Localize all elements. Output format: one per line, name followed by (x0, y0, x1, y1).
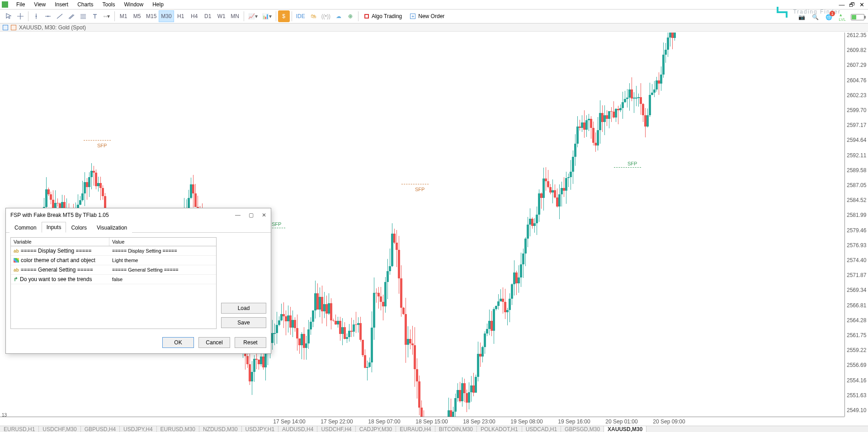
chart-tab-active[interactable]: XAUUSD,M30 (604, 426, 646, 432)
tab-inputs[interactable]: Inputs (42, 222, 66, 233)
col-value: Value (109, 238, 216, 246)
stop-icon (364, 14, 369, 19)
menu-file[interactable]: File (12, 1, 29, 8)
var-value[interactable]: false (109, 275, 216, 284)
reset-button[interactable]: Reset (235, 337, 266, 348)
vertical-line-icon[interactable] (30, 10, 42, 22)
menu-window[interactable]: Window (120, 1, 148, 8)
timeframe-mn[interactable]: MN (228, 10, 242, 22)
vps-icon[interactable]: ⊕ (344, 10, 356, 22)
timeframe-m1[interactable]: M1 (117, 10, 130, 22)
notifications-icon[interactable]: 🌐 (824, 12, 834, 22)
origin-label: 13 (2, 413, 7, 418)
inputs-grid[interactable]: Variable Value ab===== Display Setting =… (10, 237, 217, 329)
main-toolbar: ◦◦▾ M1 M5 M15 M30 H1 H4 D1 W1 MN 📈▾ 📊▾ $… (0, 9, 868, 23)
market-icon[interactable]: 🛍 (307, 10, 319, 22)
trendline-icon[interactable] (54, 10, 66, 22)
time-tick: 19 Sep 16:00 (558, 418, 590, 425)
chart-tab[interactable]: EURAUD,H4 (396, 426, 435, 432)
chart-tab[interactable]: GBPUSD,H4 (81, 426, 120, 432)
horizontal-line-icon[interactable] (42, 10, 54, 22)
text-icon[interactable] (89, 10, 101, 22)
signal-icon[interactable]: ((•)) (319, 10, 333, 22)
price-axis: 2612.352609.822607.292604.762602.232599.… (844, 33, 868, 417)
dialog-maximize-icon[interactable]: ▢ (249, 212, 254, 218)
var-value[interactable]: ===== Display Setting ===== (109, 246, 216, 255)
time-tick: 19 Sep 08:00 (510, 418, 542, 425)
dialog-title: FSP with Fake Break MT5 By TFlab 1.05 (10, 212, 109, 218)
tab-visualization[interactable]: Visualization (92, 222, 132, 233)
window-maximize-icon[interactable]: 🗗 (847, 1, 856, 8)
cancel-button[interactable]: Cancel (198, 337, 230, 348)
input-row[interactable]: color theme of chart and objectLight the… (11, 256, 216, 265)
dialog-minimize-icon[interactable]: — (235, 212, 241, 218)
timeframe-m30[interactable]: M30 (159, 10, 174, 22)
fibonacci-icon[interactable] (77, 10, 89, 22)
menu-insert[interactable]: Insert (50, 1, 73, 8)
chart-tab[interactable]: USDJPY,H1 (242, 426, 278, 432)
chart-tab[interactable]: POLKADOT,H1 (477, 426, 522, 432)
var-value[interactable]: Light theme (109, 256, 216, 265)
menu-tools[interactable]: Tools (98, 1, 120, 8)
menu-help[interactable]: Help (148, 1, 168, 8)
objects-icon[interactable]: ◦◦▾ (101, 10, 113, 22)
menu-view[interactable]: View (29, 1, 50, 8)
screenshot-icon[interactable]: 📷 (797, 12, 807, 22)
chart-tab[interactable]: GBPSGD,M30 (561, 426, 604, 432)
input-row[interactable]: ab===== Display Setting ========== Displ… (11, 246, 216, 256)
chart-tab[interactable]: EURUSD,H1 (0, 426, 39, 432)
chart-tab[interactable]: NZDUSD,M30 (199, 426, 242, 432)
dialog-close-icon[interactable]: ✕ (262, 212, 266, 218)
bool-icon: ↱ (14, 276, 18, 282)
chart-tab[interactable]: USDCHF,M30 (39, 426, 80, 432)
equidistant-icon[interactable] (66, 10, 77, 22)
timeframe-m5[interactable]: M5 (130, 10, 144, 22)
string-icon: ab (14, 249, 19, 254)
input-row[interactable]: ↱Do you want to see the trendsfalse (11, 275, 216, 284)
chart-tab[interactable]: USDCHF,H4 (317, 426, 355, 432)
price-tick: 2564.28 (847, 317, 866, 324)
dollar-icon[interactable]: $ (278, 10, 290, 22)
var-name: ===== General Setting ===== (21, 267, 93, 273)
save-button[interactable]: Save (221, 317, 266, 328)
level-icon[interactable]: ▲LVL (837, 12, 847, 22)
timeframe-h4[interactable]: H4 (188, 10, 201, 22)
menu-charts[interactable]: Charts (73, 1, 98, 8)
chart-icon-1 (3, 25, 8, 30)
price-tick: 2612.35 (847, 32, 866, 38)
chart-tab[interactable]: BITCOIN,M30 (435, 426, 477, 432)
input-row[interactable]: ab===== General Setting ========== Gener… (11, 265, 216, 275)
search-icon[interactable]: 🔍 (810, 12, 820, 22)
price-tick: 2554.16 (847, 377, 866, 384)
tab-common[interactable]: Common (9, 222, 42, 233)
timeframe-h1[interactable]: H1 (174, 10, 188, 22)
app-logo-icon (2, 1, 8, 8)
window-close-icon[interactable]: ✕ (857, 1, 866, 8)
cursor-icon[interactable] (3, 10, 14, 22)
svg-point-1 (47, 16, 49, 17)
price-tick: 2569.34 (847, 287, 866, 293)
chart-tab[interactable]: EURUSD,M30 (157, 426, 199, 432)
algo-trading-button[interactable]: Algo Trading (360, 10, 406, 22)
ide-button[interactable]: IDE (294, 10, 307, 22)
timeframe-d1[interactable]: D1 (201, 10, 215, 22)
tab-colors[interactable]: Colors (66, 222, 92, 233)
dialog-titlebar[interactable]: FSP with Fake Break MT5 By TFlab 1.05 — … (6, 208, 271, 222)
crosshair-icon[interactable] (14, 10, 26, 22)
chart-tab[interactable]: CADJPY,M30 (356, 426, 396, 432)
chart-type2-icon[interactable]: 📊▾ (260, 10, 274, 22)
chart-tab[interactable]: USDJPY,H4 (120, 426, 156, 432)
load-button[interactable]: Load (221, 303, 266, 314)
chart-tab[interactable]: USDCAD,H1 (522, 426, 561, 432)
sfp-level-line (84, 140, 111, 141)
timeframe-m15[interactable]: M15 (144, 10, 159, 22)
timeframe-w1[interactable]: W1 (215, 10, 228, 22)
price-tick: 2584.52 (847, 197, 866, 203)
chart-tab[interactable]: AUDUSD,H4 (278, 426, 317, 432)
cloud-icon[interactable]: ☁ (333, 10, 344, 22)
ok-button[interactable]: OK (162, 337, 194, 348)
sfp-level-line (614, 167, 641, 168)
new-order-button[interactable]: +New Order (406, 10, 448, 22)
var-value[interactable]: ===== General Setting ===== (109, 265, 216, 274)
chart-type-icon[interactable]: 📈▾ (246, 10, 260, 22)
